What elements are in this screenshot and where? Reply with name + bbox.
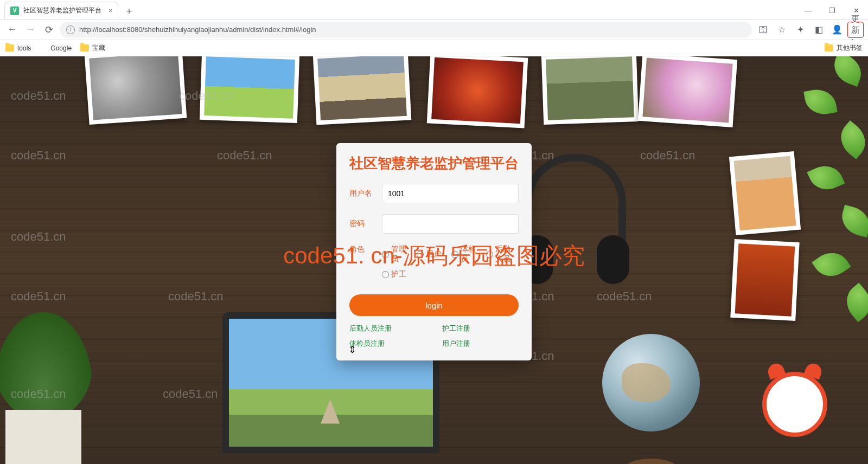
bookmark-google[interactable]: Google xyxy=(40,44,72,52)
decor-plant xyxy=(0,291,119,464)
update-button[interactable]: 更新 : xyxy=(847,22,864,38)
role-row: 角色 管理员 用户 体检员 后勤人员 护工 xyxy=(349,244,519,279)
profile-icon[interactable]: 👤 xyxy=(829,22,845,38)
decor-photo xyxy=(729,151,801,235)
decor-clock xyxy=(754,366,835,459)
password-label: 密码 xyxy=(349,219,375,229)
role-caregiver[interactable]: 护工 xyxy=(382,269,408,279)
register-caregiver-link[interactable]: 护工注册 xyxy=(442,324,519,333)
role-user[interactable]: 用户 xyxy=(417,244,443,264)
decor-photo xyxy=(638,56,737,127)
bookmark-treasure[interactable]: 宝藏 xyxy=(80,43,105,53)
username-row: 用户名 xyxy=(349,184,519,203)
folder-icon xyxy=(80,44,89,51)
register-logistics-link[interactable]: 后勤人员注册 xyxy=(349,324,426,333)
decor-headphones xyxy=(521,154,629,306)
new-tab-button[interactable]: + xyxy=(122,4,137,19)
folder-icon xyxy=(5,44,14,51)
login-panel: 社区智慧养老监护管理平台 用户名 密码 角色 管理员 用户 体检员 后勤人员 护… xyxy=(336,143,532,360)
bookmark-tools[interactable]: tools xyxy=(5,44,31,52)
role-admin[interactable]: 管理员 xyxy=(382,244,408,264)
toolbar: ← → ⟳ i http://localhost:8080/shehuizhih… xyxy=(0,20,868,40)
url-bar[interactable]: i http://localhost:8080/shehuizhihuiyang… xyxy=(60,22,752,38)
folder-icon xyxy=(825,44,833,51)
password-key-icon[interactable]: ⚿ xyxy=(755,22,771,38)
minimize-icon[interactable]: ― xyxy=(796,2,820,19)
role-caregiver-radio[interactable] xyxy=(382,271,389,278)
username-label: 用户名 xyxy=(349,189,375,198)
forward-button[interactable]: → xyxy=(23,22,38,37)
decor-photo xyxy=(730,239,799,321)
titlebar: V 社区智慧养老监护管理平台 × + ― ❐ ✕ xyxy=(0,0,868,20)
role-examiner[interactable]: 体检员 xyxy=(451,244,477,264)
decor-globe xyxy=(586,328,716,464)
bookmark-star-icon[interactable]: ☆ xyxy=(774,22,790,38)
bookmark-other[interactable]: 其他书签 xyxy=(825,43,863,53)
tab-close-icon[interactable]: × xyxy=(108,7,112,15)
role-user-radio[interactable] xyxy=(417,251,424,258)
url-text: http://localhost:8080/shehuizhihuiyangla… xyxy=(79,25,316,34)
role-examiner-radio[interactable] xyxy=(451,251,458,258)
decor-photo xyxy=(85,56,187,125)
login-title: 社区智慧养老监护管理平台 xyxy=(349,154,519,173)
password-input[interactable] xyxy=(382,214,519,234)
role-label: 角色 xyxy=(349,244,375,254)
maximize-icon[interactable]: ❐ xyxy=(820,2,844,19)
bookmarks-bar: tools Google 宝藏 其他书签 xyxy=(0,40,868,56)
role-options: 管理员 用户 体检员 后勤人员 护工 xyxy=(382,244,519,279)
back-button[interactable]: ← xyxy=(4,22,20,37)
role-logistics-radio[interactable] xyxy=(486,251,493,258)
password-row: 密码 xyxy=(349,214,519,234)
extensions-icon[interactable]: ✦ xyxy=(792,22,808,38)
reload-button[interactable]: ⟳ xyxy=(41,22,56,37)
browser-tab[interactable]: V 社区智慧养老监护管理平台 × xyxy=(4,2,118,19)
register-examiner-link[interactable]: 体检员注册 xyxy=(349,339,426,349)
role-logistics[interactable]: 后勤人员 xyxy=(486,244,512,264)
sidepanel-icon[interactable]: ◧ xyxy=(810,22,827,38)
register-user-link[interactable]: 用户注册 xyxy=(442,339,519,349)
decor-photo xyxy=(541,56,639,125)
register-links: 后勤人员注册 护工注册 体检员注册 用户注册 xyxy=(349,324,519,349)
decor-photo xyxy=(313,56,412,125)
role-admin-radio[interactable] xyxy=(382,251,389,258)
vue-favicon-icon: V xyxy=(10,7,19,15)
decor-photo xyxy=(200,56,299,123)
tab-title: 社区智慧养老监护管理平台 xyxy=(23,6,101,15)
site-info-icon[interactable]: i xyxy=(66,25,75,34)
browser-window: V 社区智慧养老监护管理平台 × + ― ❐ ✕ ← → ⟳ i http://… xyxy=(0,0,868,464)
decor-photo xyxy=(427,56,528,128)
login-button[interactable]: login xyxy=(349,294,519,316)
username-input[interactable] xyxy=(382,184,519,203)
page-viewport: code51.cn code51.cn code51.cn code51.cn … xyxy=(0,56,868,464)
